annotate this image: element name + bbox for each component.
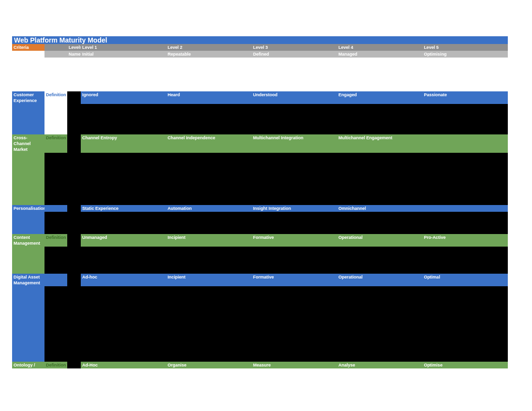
name-4: Managed xyxy=(337,51,423,58)
gap-cell xyxy=(67,362,81,368)
row-gap xyxy=(12,286,508,362)
criteria-row: Ontology /DefinitionAd-HocOrganiseMeasur… xyxy=(12,362,508,368)
criteria-row: Customer ExperienceDefinitionIgnoredHear… xyxy=(12,91,508,104)
gap-cell xyxy=(67,274,81,286)
spacer xyxy=(12,58,508,91)
level-cell: Ad-hoc xyxy=(81,274,166,286)
level-cell: Channel Independence xyxy=(166,134,252,153)
criteria-header: Criteria xyxy=(12,44,44,51)
level-1-header: Level 1 xyxy=(81,44,166,51)
level-cell: Measure xyxy=(251,362,337,368)
criteria-row: PersonalisationDefinitionStatic Experien… xyxy=(12,205,508,212)
definition-label: Definition xyxy=(44,274,67,286)
level-cell: Ad-Hoc xyxy=(81,362,166,368)
criteria-label: Cross-Channel Market xyxy=(12,134,44,153)
level-cell xyxy=(422,205,508,212)
criteria-label: Digital Asset Management xyxy=(12,274,44,286)
level-cell: Optimise xyxy=(422,362,508,368)
level-cell: Analyse xyxy=(337,362,423,368)
definition-label: Definition xyxy=(44,362,67,368)
level-cell: Pro-Active xyxy=(422,234,508,247)
title-row: Web Platform Maturity Model xyxy=(12,36,508,44)
name-1: Initial xyxy=(81,51,166,58)
gap-cell xyxy=(67,91,81,104)
name-header-label: Name xyxy=(44,51,81,58)
level-4-header: Level 4 xyxy=(337,44,423,51)
gap-cell xyxy=(67,234,81,247)
criteria-rows: Customer ExperienceDefinitionIgnoredHear… xyxy=(12,91,508,368)
maturity-model-sheet: Web Platform Maturity Model Criteria Lev… xyxy=(12,36,508,368)
level-cell: Insight Integration xyxy=(251,205,337,212)
gap-cell xyxy=(67,205,81,212)
definition-label: Definition xyxy=(44,205,67,212)
level-cell: Engaged xyxy=(337,91,423,104)
definition-label: Definition xyxy=(44,234,67,247)
criteria-label: Customer Experience xyxy=(12,91,44,104)
criteria-row: Content ManagementDefinitionUnmanagedInc… xyxy=(12,234,508,247)
level-cell: Multichannel Engagement xyxy=(337,134,423,153)
criteria-label: Ontology / xyxy=(12,362,44,368)
definition-label: Definition xyxy=(44,134,67,153)
gap-cell xyxy=(67,134,81,153)
level-cell: Static Experience xyxy=(81,205,166,212)
level-cell: Incipient xyxy=(166,234,252,247)
page-title: Web Platform Maturity Model xyxy=(12,36,508,44)
level-cell: Unmanaged xyxy=(81,234,166,247)
criteria-label: Content Management xyxy=(12,234,44,247)
row-gap xyxy=(12,104,508,134)
level-cell: Heard xyxy=(166,91,252,104)
level-cell: Organise xyxy=(166,362,252,368)
header-names-row: Name Initial Repeatable Defined Managed … xyxy=(12,51,508,58)
level-cell xyxy=(422,134,508,153)
level-cell: Optimal xyxy=(422,274,508,286)
level-cell: Passionate xyxy=(422,91,508,104)
row-gap xyxy=(12,153,508,205)
criteria-row: Cross-Channel MarketDefinitionChannel En… xyxy=(12,134,508,153)
level-2-header: Level 2 xyxy=(166,44,252,51)
level-cell: Formative xyxy=(251,274,337,286)
level-cell: Operational xyxy=(337,274,423,286)
criteria-row: Digital Asset ManagementDefinitionAd-hoc… xyxy=(12,274,508,286)
level-cell: Channel Entropy xyxy=(81,134,166,153)
level-cell: Formative xyxy=(251,234,337,247)
level-cell: Omnichannel xyxy=(337,205,423,212)
name-2: Repeatable xyxy=(166,51,252,58)
row-gap xyxy=(12,212,508,234)
name-3: Defined xyxy=(251,51,337,58)
criteria-label: Personalisation xyxy=(12,205,44,212)
level-cell: Automation xyxy=(166,205,252,212)
level-cell: Incipient xyxy=(166,274,252,286)
level-5-header: Level 5 xyxy=(422,44,508,51)
header-levels-row: Criteria Levels Level 1 Level 2 Level 3 … xyxy=(12,44,508,51)
level-3-header: Level 3 xyxy=(251,44,337,51)
definition-label: Definition xyxy=(44,91,67,104)
levels-header-label: Levels xyxy=(44,44,81,51)
name-5: Optimising xyxy=(422,51,508,58)
level-cell: Understood xyxy=(251,91,337,104)
level-cell: Operational xyxy=(337,234,423,247)
row-gap xyxy=(12,247,508,274)
level-cell: Multichannel Integration xyxy=(251,134,337,153)
blank-cell xyxy=(12,51,44,58)
level-cell: Ignored xyxy=(81,91,166,104)
